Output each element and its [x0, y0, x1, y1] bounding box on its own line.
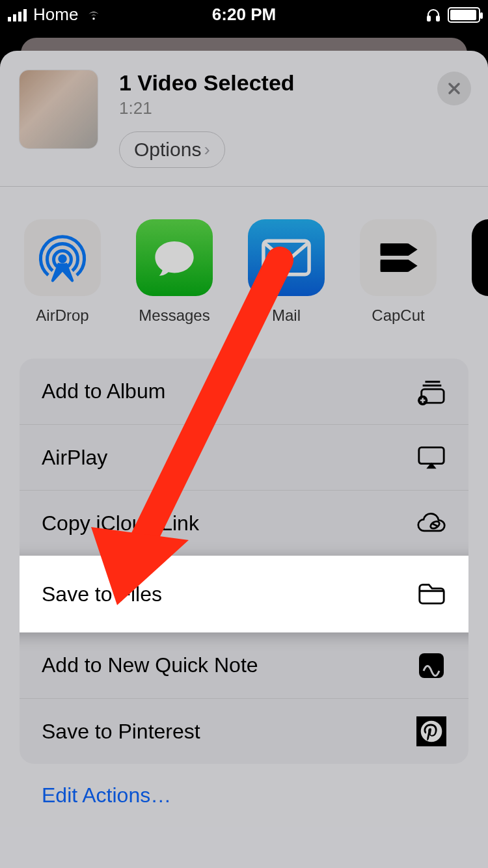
airdrop-icon [24, 219, 101, 296]
action-save-to-files[interactable]: Save to Files [20, 556, 468, 632]
options-button[interactable]: Options › [119, 131, 225, 168]
close-button[interactable] [437, 72, 471, 105]
action-label: AirPlay [42, 446, 107, 470]
svg-rect-5 [381, 260, 409, 272]
folder-icon [416, 579, 446, 609]
share-sheet: 1 Video Selected 1:21 Options › AirDrop [0, 51, 488, 868]
app-capcut[interactable]: CapCut [358, 219, 439, 325]
battery-icon [448, 7, 480, 23]
clock: 6:20 PM [212, 5, 276, 25]
album-add-icon [416, 377, 446, 407]
share-apps-row[interactable]: AirDrop Messages Mail CapCut [0, 187, 488, 348]
action-airplay[interactable]: AirPlay [20, 424, 468, 490]
svg-rect-1 [437, 16, 439, 21]
more-app-icon [472, 219, 488, 296]
pinterest-icon [416, 716, 446, 746]
airplay-icon [416, 442, 446, 472]
close-icon [446, 81, 462, 96]
video-thumbnail [20, 70, 98, 148]
action-label: Add to Album [42, 379, 165, 403]
mail-icon [248, 219, 325, 296]
share-title: 1 Video Selected [119, 70, 470, 96]
app-label: Messages [139, 306, 210, 325]
edit-actions-link[interactable]: Edit Actions… [42, 783, 488, 807]
svg-rect-4 [381, 243, 409, 256]
svg-rect-8 [419, 448, 444, 464]
svg-rect-10 [419, 653, 444, 678]
messages-icon [136, 219, 213, 296]
app-messages[interactable]: Messages [134, 219, 215, 325]
action-label: Save to Files [42, 582, 162, 606]
cell-signal-icon [8, 8, 27, 21]
action-copy-icloud-link[interactable]: Copy iCloud Link [20, 490, 468, 556]
capcut-icon [360, 219, 437, 296]
action-add-to-quick-note[interactable]: Add to New Quick Note [20, 632, 468, 698]
chevron-right-icon: › [204, 139, 210, 160]
action-label: Copy iCloud Link [42, 511, 199, 536]
icloud-link-icon [416, 508, 446, 538]
headphones-icon [426, 7, 441, 23]
action-label: Add to New Quick Note [42, 653, 258, 677]
wifi-icon [85, 8, 103, 22]
app-more[interactable] [470, 219, 488, 325]
svg-rect-0 [427, 16, 430, 21]
app-mail[interactable]: Mail [246, 219, 327, 325]
app-label: CapCut [372, 306, 424, 325]
actions-list: Add to Album AirPlay Copy iCloud Link Sa… [20, 359, 468, 764]
options-label: Options [134, 139, 201, 161]
action-add-to-album[interactable]: Add to Album [20, 359, 468, 424]
app-label: AirDrop [36, 306, 88, 325]
action-save-to-pinterest[interactable]: Save to Pinterest [20, 698, 468, 764]
status-bar: Home 6:20 PM [0, 0, 488, 29]
quick-note-icon [416, 651, 446, 681]
carrier-label: Home [33, 5, 78, 25]
share-header: 1 Video Selected 1:21 Options › [0, 51, 488, 186]
svg-point-2 [58, 254, 66, 263]
app-label: Mail [272, 306, 301, 325]
app-airdrop[interactable]: AirDrop [22, 219, 103, 325]
video-duration: 1:21 [119, 98, 470, 118]
action-label: Save to Pinterest [42, 720, 200, 744]
